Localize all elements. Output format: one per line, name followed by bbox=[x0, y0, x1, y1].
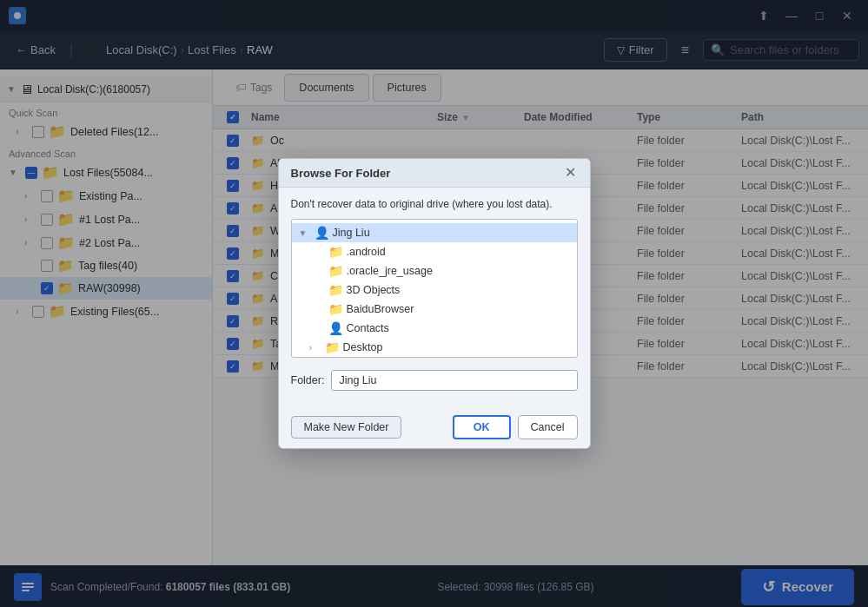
contacts-icon: 👤 bbox=[328, 321, 343, 335]
expand-icon: › bbox=[309, 343, 321, 353]
tree-item-desktop[interactable]: › 📁 Desktop bbox=[292, 338, 577, 357]
folder-tree[interactable]: ▼ 👤 Jing Liu › 📁 .android › 📁 .orac bbox=[292, 220, 577, 357]
folder-blue-icon: 📁 bbox=[328, 283, 343, 297]
browse-folder-modal: Browse For Folder ✕ Don't recover data t… bbox=[278, 158, 591, 449]
cancel-button[interactable]: Cancel bbox=[518, 415, 578, 439]
tree-item-contacts[interactable]: › 👤 Contacts bbox=[292, 319, 577, 338]
folder-input[interactable] bbox=[331, 370, 577, 391]
tree-label: .android bbox=[347, 246, 386, 258]
modal-body: Don't recover data to original drive (wh… bbox=[279, 188, 590, 406]
tree-item-android[interactable]: › 📁 .android bbox=[292, 242, 577, 261]
tree-label: Desktop bbox=[343, 341, 383, 353]
modal-title: Browse For Folder bbox=[291, 167, 391, 180]
make-new-folder-button[interactable]: Make New Folder bbox=[291, 416, 402, 439]
tree-item-jingliu[interactable]: ▼ 👤 Jing Liu bbox=[292, 223, 577, 242]
close-icon: ✕ bbox=[565, 165, 576, 180]
modal-title-bar: Browse For Folder ✕ bbox=[279, 159, 590, 188]
tree-label: 3D Objects bbox=[347, 284, 401, 296]
expand-icon: ▼ bbox=[299, 228, 311, 238]
folder-label-row: Folder: bbox=[291, 365, 578, 396]
tree-label: Jing Liu bbox=[333, 227, 370, 239]
folder-label: Folder: bbox=[291, 374, 325, 386]
tree-item-oracle[interactable]: › 📁 .oracle_jre_usage bbox=[292, 261, 577, 280]
modal-footer: Make New Folder OK Cancel bbox=[279, 406, 590, 448]
folder-icon: 📁 bbox=[328, 264, 343, 278]
ok-button[interactable]: OK bbox=[453, 415, 511, 439]
modal-close-button[interactable]: ✕ bbox=[563, 166, 578, 180]
ok-label: OK bbox=[474, 421, 490, 433]
tree-label: .oracle_jre_usage bbox=[347, 265, 433, 277]
make-new-folder-label: Make New Folder bbox=[304, 421, 389, 433]
folder-icon: 📁 bbox=[328, 302, 343, 316]
folder-blue-icon: 📁 bbox=[325, 340, 340, 354]
tree-item-baidubrowser[interactable]: › 📁 BaiduBrowser bbox=[292, 300, 577, 319]
user-icon: 👤 bbox=[315, 226, 329, 240]
tree-label: Contacts bbox=[347, 322, 389, 334]
modal-warning: Don't recover data to original drive (wh… bbox=[291, 198, 578, 210]
modal-action-buttons: OK Cancel bbox=[453, 415, 578, 439]
modal-overlay: Browse For Folder ✕ Don't recover data t… bbox=[0, 0, 868, 607]
folder-icon: 📁 bbox=[328, 245, 343, 259]
cancel-label: Cancel bbox=[531, 421, 565, 433]
tree-item-3dobjects[interactable]: › 📁 3D Objects bbox=[292, 280, 577, 300]
tree-label: BaiduBrowser bbox=[347, 303, 414, 315]
